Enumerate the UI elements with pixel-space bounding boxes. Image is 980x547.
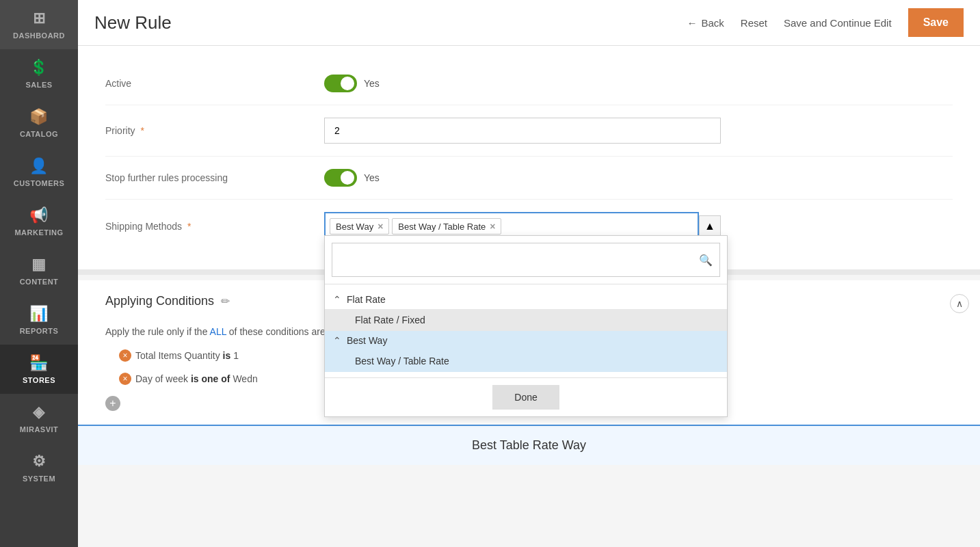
active-control: Yes (324, 75, 721, 92)
collapse-icon: ∧ (956, 298, 963, 309)
shipping-dropdown: 🔍 ⌃ Flat Rate Flat Rate / Fixed (324, 235, 728, 417)
condition-2-text: Day of week is one of Wedn (135, 373, 258, 384)
shipping-methods-label: Shipping Methods * (105, 221, 324, 232)
stop-toggle-track[interactable] (324, 169, 357, 187)
sidebar-label-system: SYSTEM (23, 475, 55, 483)
save-button[interactable]: Save (908, 8, 964, 37)
multiselect-toggle-button[interactable]: ▲ (699, 215, 721, 237)
content-area: Active Yes Priority * (78, 46, 980, 547)
tag-best-way-remove[interactable]: × (378, 221, 383, 232)
tag-best-way-label: Best Way (336, 222, 373, 232)
best-way-group-label: Best Way (347, 335, 387, 346)
sidebar-label-stores: STORES (23, 376, 55, 384)
stop-toggle-value: Yes (364, 172, 380, 183)
priority-row: Priority * (105, 105, 953, 157)
active-toggle[interactable] (324, 75, 357, 92)
reset-button[interactable]: Reset (741, 17, 767, 29)
add-icon: + (109, 397, 116, 410)
sidebar-item-mirasvit[interactable]: ◈ MIRASVIT (0, 394, 78, 443)
banner-text: Best Table Rate Way (472, 438, 586, 452)
condition-1-text: Total Items Quantity is 1 (135, 350, 239, 361)
tag-best-way: Best Way × (330, 218, 389, 235)
conditions-collapse-button[interactable]: ∧ (950, 294, 969, 313)
edit-icon[interactable]: ✏ (221, 295, 230, 308)
active-toggle-wrap: Yes (324, 75, 721, 92)
dropdown-group-best-way[interactable]: ⌃ Best Way (325, 331, 727, 350)
page-header: New Rule ← Back Reset Save and Continue … (78, 0, 980, 46)
form-section: Active Yes Priority * (78, 46, 980, 269)
back-button[interactable]: ← Back (687, 17, 724, 29)
sidebar-label-mirasvit: MIRASVIT (20, 425, 59, 433)
remove-condition-1-button[interactable]: × (119, 349, 131, 362)
shipping-required: * (187, 221, 191, 232)
method-banner: Best Table Rate Way (78, 425, 980, 465)
mirasvit-icon: ◈ (33, 403, 45, 421)
dropdown-search-area: 🔍 (325, 236, 727, 284)
all-link[interactable]: ALL (210, 326, 229, 337)
priority-label: Priority * (105, 125, 324, 136)
back-arrow-icon: ← (687, 17, 697, 29)
sidebar-label-content: CONTENT (20, 278, 59, 286)
sidebar-label-catalog: CATALOG (20, 130, 58, 138)
main-content: New Rule ← Back Reset Save and Continue … (78, 0, 980, 547)
stop-rules-label: Stop further rules processing (105, 172, 324, 183)
dropdown-list: ⌃ Flat Rate Flat Rate / Fixed ⌃ Best Way (325, 284, 727, 377)
reports-icon: 📊 (29, 305, 49, 323)
flat-rate-group-label: Flat Rate (347, 294, 386, 305)
sidebar-label-dashboard: DASHBOARD (13, 31, 65, 40)
dropdown-search-inner: 🔍 (332, 243, 720, 277)
dropdown-option-best-way-table-rate[interactable]: Best Way / Table Rate (325, 350, 727, 372)
sidebar-item-stores[interactable]: 🏪 STORES (0, 345, 78, 394)
system-icon: ⚙ (32, 453, 47, 470)
sidebar-item-catalog[interactable]: 📦 CATALOG (0, 98, 78, 148)
active-toggle-value: Yes (364, 78, 380, 89)
sidebar-item-customers[interactable]: 👤 CUSTOMERS (0, 148, 78, 197)
search-icon: 🔍 (699, 254, 713, 267)
toggle-track[interactable] (324, 75, 357, 92)
flat-rate-chevron-icon: ⌃ (333, 294, 341, 305)
tag-best-way-table: Best Way / Table Rate × (392, 218, 501, 235)
dropdown-search-input[interactable] (339, 248, 699, 272)
sidebar-item-system[interactable]: ⚙ SYSTEM (0, 443, 78, 492)
dropdown-done-area: Done (325, 377, 727, 416)
priority-control (324, 118, 721, 144)
stop-toggle-thumb (341, 171, 354, 185)
add-condition-button[interactable]: + (105, 396, 120, 411)
best-way-chevron-icon: ⌃ (333, 335, 341, 346)
remove-condition-2-button[interactable]: × (119, 373, 131, 385)
priority-input[interactable] (324, 118, 721, 144)
flat-rate-fixed-label: Flat Rate / Fixed (355, 315, 425, 325)
dropdown-group-flat-rate[interactable]: ⌃ Flat Rate (325, 290, 727, 309)
done-button[interactable]: Done (492, 385, 559, 410)
best-way-table-rate-label: Best Way / Table Rate (355, 356, 449, 366)
sidebar-label-reports: REPORTS (20, 327, 59, 335)
header-actions: ← Back Reset Save and Continue Edit Save (687, 8, 964, 37)
sidebar-label-customers: CUSTOMERS (14, 179, 65, 187)
conditions-title: Applying Conditions (105, 294, 214, 308)
stop-rules-row: Stop further rules processing Yes (105, 157, 953, 200)
stop-rules-control: Yes (324, 169, 721, 187)
chevron-up-icon: ▲ (704, 220, 715, 232)
catalog-icon: 📦 (29, 108, 49, 126)
stop-toggle-wrap: Yes (324, 169, 721, 187)
page-title: New Rule (94, 12, 670, 34)
content-icon: ▦ (31, 256, 47, 274)
sidebar-label-sales: SALES (25, 81, 52, 89)
sidebar-label-marketing: MARKETING (14, 228, 63, 237)
dashboard-icon: ⊞ (33, 10, 46, 27)
dropdown-option-flat-rate-fixed[interactable]: Flat Rate / Fixed (325, 309, 727, 331)
sidebar-item-sales[interactable]: 💲 SALES (0, 49, 78, 98)
sidebar-item-content[interactable]: ▦ CONTENT (0, 246, 78, 295)
sidebar-item-reports[interactable]: 📊 REPORTS (0, 295, 78, 345)
tag-best-way-table-remove[interactable]: × (490, 221, 495, 232)
marketing-icon: 📢 (29, 206, 49, 224)
sidebar-item-dashboard[interactable]: ⊞ DASHBOARD (0, 0, 78, 49)
sidebar: ⊞ DASHBOARD 💲 SALES 📦 CATALOG 👤 CUSTOMER… (0, 0, 78, 547)
save-continue-button[interactable]: Save and Continue Edit (784, 17, 892, 29)
stores-icon: 🏪 (29, 354, 49, 372)
stop-toggle[interactable] (324, 169, 357, 187)
sidebar-item-marketing[interactable]: 📢 MARKETING (0, 197, 78, 246)
tag-best-way-table-label: Best Way / Table Rate (398, 222, 486, 232)
customers-icon: 👤 (29, 157, 49, 175)
toggle-thumb (341, 77, 354, 90)
